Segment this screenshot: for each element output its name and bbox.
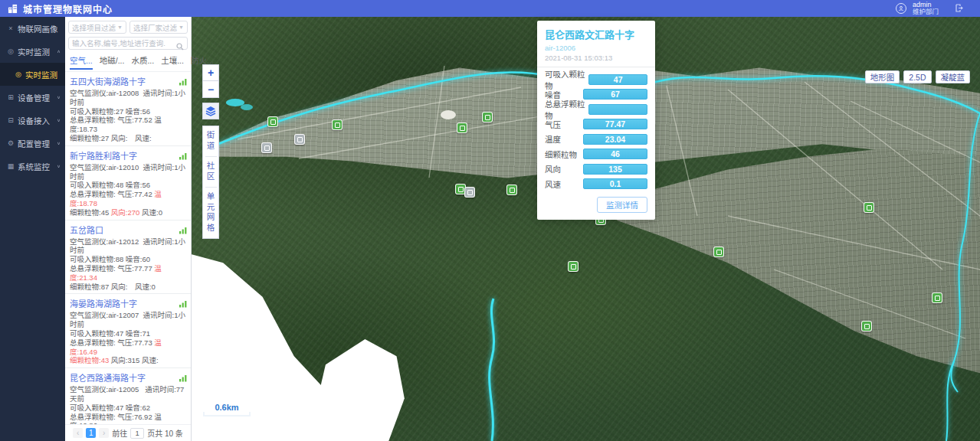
station-detail-line: 总悬浮颗粒物: 气压:77.52 温度:18.73 bbox=[70, 116, 186, 134]
map-marker-green-7[interactable] bbox=[568, 261, 578, 272]
layers-button[interactable] bbox=[202, 103, 219, 119]
sidebar-item-label: 实时监测 bbox=[25, 69, 61, 80]
metric-value-pill: 47 bbox=[588, 74, 647, 85]
detail-text: 总悬浮颗粒物: 气压:77.52 温度:18.73 bbox=[70, 116, 162, 133]
sidebar-item-2[interactable]: ◎实时监测 bbox=[0, 63, 65, 86]
station-name: 昆仑西路通海路十字 bbox=[70, 371, 186, 384]
map-marker-green-2[interactable] bbox=[457, 122, 467, 133]
user-info[interactable]: admin 维护部门 bbox=[913, 2, 939, 15]
sidebar-item-1[interactable]: ◎实时监测∧ bbox=[0, 40, 65, 63]
popup-metric-row-0: 可吸入颗粒物47 bbox=[545, 72, 647, 87]
device-manage-icon: ⊞ bbox=[6, 93, 15, 101]
tab-4[interactable]: 防火... bbox=[191, 54, 214, 70]
popup-metric-row-6: 风向135 bbox=[545, 162, 647, 177]
station-name: 五四大街海湖路十字 bbox=[70, 75, 186, 87]
station-list-panel: 选择项目过滤 ▼ 选择厂家过滤 ▼ 空气...地磁/...水质...土壤...防… bbox=[65, 17, 192, 441]
map-marker-green-10[interactable] bbox=[932, 292, 942, 303]
sidebar-item-4[interactable]: ⊟设备接入∨ bbox=[0, 109, 65, 132]
popup-metric-row-2: 总悬浮颗粒物 bbox=[545, 102, 647, 117]
popup-metrics: 可吸入颗粒物47噪音67总悬浮颗粒物气压77.47温度23.04细颗粒物46风向… bbox=[537, 67, 655, 193]
tab-1[interactable]: 地磁/... bbox=[100, 54, 125, 70]
detail-text: 空气监测仪:air-12005 通讯时间:77天前 bbox=[70, 385, 184, 403]
map-marker-gray-0[interactable] bbox=[261, 142, 272, 153]
sidebar-item-5[interactable]: ⚙配置管理∨ bbox=[0, 132, 65, 155]
lake bbox=[226, 99, 244, 106]
goto-page-input[interactable] bbox=[130, 428, 144, 439]
map-controls: + − 街道社区单元网格 bbox=[202, 64, 219, 239]
detail-text: 空气监测仪:air-12010 通讯时间:1小时前 bbox=[70, 163, 185, 181]
tab-0[interactable]: 空气... bbox=[70, 54, 93, 70]
map-scale: 0.6km bbox=[203, 403, 251, 416]
popup-header: 昆仑西路文汇路十字 air-12006 2021-08-31 15:03:13 bbox=[537, 21, 655, 67]
detail-text: 细颗粒物:45 bbox=[70, 208, 111, 217]
monitor-detail-button[interactable]: 监测详情 bbox=[597, 197, 647, 213]
map-marker-green-9[interactable] bbox=[864, 202, 874, 213]
topbar-right: admin 维护部门 bbox=[896, 2, 980, 15]
user-avatar-icon[interactable] bbox=[896, 3, 906, 14]
map-marker-gray-1[interactable] bbox=[294, 134, 305, 145]
station-detail-line: 总悬浮颗粒物: 气压:77.42 温度:18.78 bbox=[70, 190, 186, 208]
vendor-filter-select[interactable]: 选择厂家过滤 ▼ bbox=[129, 21, 188, 34]
station-card-1[interactable]: 新宁路胜利路十字空气监测仪:air-12010 通讯时间:1小时前可吸入颗粒物:… bbox=[65, 146, 191, 220]
project-filter-select[interactable]: 选择项目过滤 ▼ bbox=[68, 21, 126, 34]
map-marker-green-3[interactable] bbox=[482, 112, 493, 122]
map-marker-green-1[interactable] bbox=[332, 119, 343, 130]
map-style-button-1[interactable]: 2.5D bbox=[903, 70, 931, 83]
map-level-button-1[interactable]: 社区 bbox=[205, 156, 217, 187]
popup-timestamp: 2021-08-31 15:03:13 bbox=[545, 54, 647, 62]
search-row bbox=[65, 34, 191, 50]
station-detail-line: 可吸入颗粒物:48 噪音:56 bbox=[70, 181, 186, 190]
map-marker-green-11[interactable] bbox=[861, 321, 872, 332]
detail-text: 可吸入颗粒物:47 噪音:62 bbox=[70, 403, 150, 412]
map-marker-green-8[interactable] bbox=[713, 247, 724, 257]
station-name: 五岔路口 bbox=[70, 224, 186, 236]
station-name: 新宁路胜利路十字 bbox=[70, 149, 186, 162]
prev-page-button[interactable]: ‹ bbox=[73, 428, 83, 438]
detail-text: 总悬浮颗粒物: 气压:77.42 bbox=[70, 190, 154, 198]
filter-row: 选择项目过滤 ▼ 选择厂家过滤 ▼ bbox=[65, 17, 191, 34]
sidebar-item-label: 配置管理 bbox=[18, 138, 57, 149]
page-total-label: 页共 10 条 bbox=[147, 427, 183, 439]
detail-text: 可吸入颗粒物:27 噪音:56 bbox=[70, 107, 150, 116]
station-detail-line: 空气监测仪:air-12012 通讯时间:1小时前 bbox=[70, 237, 186, 256]
next-page-button[interactable]: › bbox=[99, 428, 109, 438]
station-card-4[interactable]: 昆仑西路通海路十字空气监测仪:air-12005 通讯时间:77天前可吸入颗粒物… bbox=[65, 368, 191, 424]
sidebar-item-label: 物联网画像 bbox=[18, 23, 61, 34]
sidebar-item-0[interactable]: ×物联网画像 bbox=[0, 17, 65, 40]
map-style-button-2[interactable]: 凝靛蓝 bbox=[936, 70, 971, 83]
search-input[interactable] bbox=[69, 39, 169, 47]
station-detail-line: 总悬浮颗粒物: 气压:77.77 温度:21.34 bbox=[70, 264, 186, 283]
popup-metric-row-4: 温度23.04 bbox=[545, 132, 647, 147]
app-title: 城市管理物联网中心 bbox=[23, 2, 113, 15]
station-detail-line: 可吸入颗粒物:27 噪音:56 bbox=[70, 107, 186, 116]
search-icon[interactable] bbox=[176, 40, 184, 54]
zoom-out-button[interactable]: − bbox=[202, 81, 219, 98]
map-style-button-0[interactable]: 地形图 bbox=[865, 70, 900, 83]
tab-2[interactable]: 水质... bbox=[131, 54, 154, 70]
tab-3[interactable]: 土壤... bbox=[161, 54, 184, 70]
map-level-buttons: 街道社区单元网格 bbox=[202, 126, 219, 239]
chevron-down-icon: ∨ bbox=[57, 95, 61, 100]
detail-text: 风速:0 bbox=[139, 208, 162, 217]
map-level-button-2[interactable]: 单元网格 bbox=[205, 187, 217, 238]
logout-icon[interactable] bbox=[955, 2, 963, 15]
map-marker-green-5[interactable] bbox=[506, 185, 517, 195]
map-marker-green-0[interactable] bbox=[267, 116, 278, 127]
app-window: 城市管理物联网中心 admin 维护部门 ×物联网画像◎实时监测∧◎实时监测⊞设… bbox=[0, 0, 980, 441]
map-marker-gray-2[interactable] bbox=[464, 187, 475, 198]
sidebar-item-3[interactable]: ⊞设备管理∨ bbox=[0, 86, 65, 109]
chevron-down-icon: ∨ bbox=[57, 141, 61, 145]
sidebar-item-6[interactable]: ▦系统监控∨ bbox=[0, 155, 65, 178]
station-detail-line: 总悬浮颗粒物: 气压:76.92 温度:19.86 bbox=[70, 413, 186, 424]
station-card-3[interactable]: 海晏路海湖路十字空气监测仪:air-12007 通讯时间:1小时前可吸入颗粒物:… bbox=[65, 294, 191, 368]
detail-text: 空气监测仪:air-12007 通讯时间:1小时前 bbox=[70, 311, 185, 328]
metric-label: 风速 bbox=[545, 178, 561, 190]
project-filter-placeholder: 选择项目过滤 bbox=[72, 22, 116, 33]
scale-bar bbox=[203, 412, 251, 416]
sidebar-item-label: 系统监控 bbox=[18, 161, 57, 172]
vendor-filter-placeholder: 选择厂家过滤 bbox=[133, 22, 177, 33]
station-card-0[interactable]: 五四大街海湖路十字空气监测仪:air-12008 通讯时间:1小时前可吸入颗粒物… bbox=[65, 72, 191, 146]
map-level-button-0[interactable]: 街道 bbox=[205, 126, 217, 156]
station-card-2[interactable]: 五岔路口空气监测仪:air-12012 通讯时间:1小时前可吸入颗粒物:88 噪… bbox=[65, 220, 191, 295]
page-1-button[interactable]: 1 bbox=[86, 428, 96, 438]
